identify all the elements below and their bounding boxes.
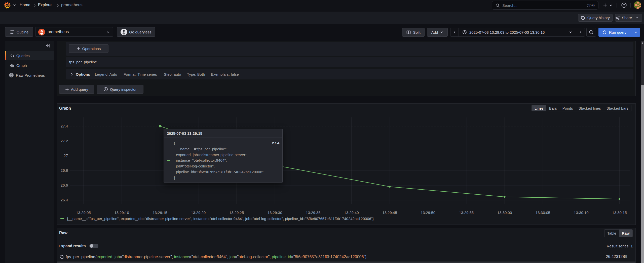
svg-text:13:29:15: 13:29:15: [153, 210, 167, 215]
svg-text:13:30:00: 13:30:00: [497, 210, 512, 215]
svg-text:13:29:40: 13:29:40: [344, 210, 359, 215]
svg-text:13:29:10: 13:29:10: [114, 210, 129, 215]
svg-text:13:30:10: 13:30:10: [574, 210, 588, 215]
svg-text:13:29:05: 13:29:05: [76, 210, 91, 215]
svg-text:13:29:20: 13:29:20: [191, 210, 206, 215]
svg-text:13:29:30: 13:29:30: [268, 210, 282, 215]
svg-text:26.6: 26.6: [61, 183, 68, 187]
svg-text:13:29:50: 13:29:50: [421, 210, 435, 215]
svg-text:27.2: 27.2: [61, 139, 68, 143]
svg-text:26.8: 26.8: [61, 168, 68, 172]
svg-text:13:29:35: 13:29:35: [306, 210, 320, 215]
svg-text:26.4: 26.4: [61, 198, 68, 202]
svg-text:13:30:15: 13:30:15: [612, 210, 627, 215]
svg-text:27.4: 27.4: [61, 124, 68, 128]
svg-text:13:29:55: 13:29:55: [459, 210, 474, 215]
svg-text:27: 27: [64, 153, 68, 158]
svg-text:13:30:05: 13:30:05: [536, 210, 550, 215]
svg-text:13:29:25: 13:29:25: [229, 210, 244, 215]
svg-text:13:29:45: 13:29:45: [382, 210, 397, 215]
